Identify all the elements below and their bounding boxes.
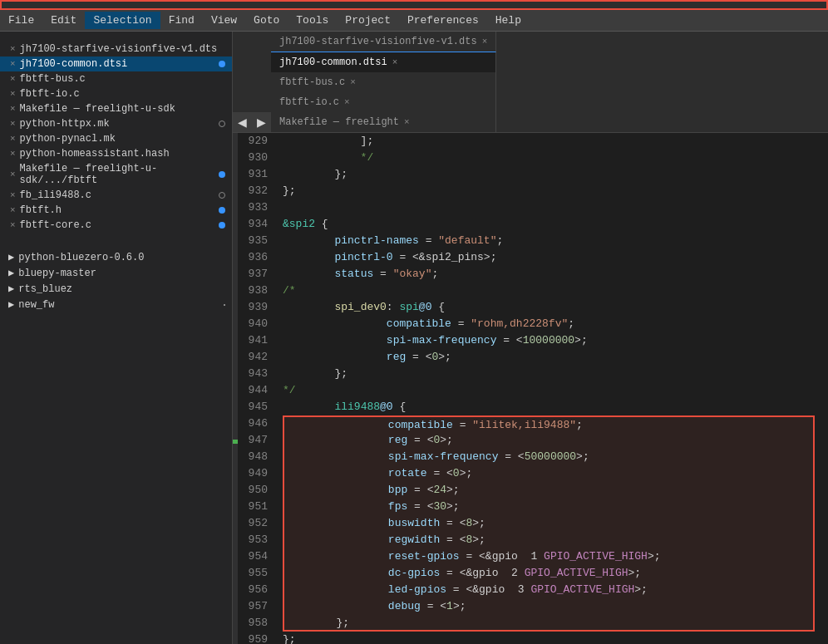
code-line: spi-max-frequency = <50000000>; <box>283 449 815 465</box>
tab-nav-next[interactable]: ▶ <box>252 112 271 132</box>
tab-item[interactable]: jh7100-starfive-visionfive-v1.dts× <box>271 32 496 52</box>
line-number: 934 <box>244 216 268 233</box>
code-line: dc-gpios = <&gpio 2 GPIO_ACTIVE_HIGH>; <box>283 565 815 582</box>
editor[interactable]: 9299309319329339349359369379389399409419… <box>233 133 828 644</box>
main-layout: ×jh7100-starfive-visionfive-v1.dts×jh710… <box>0 32 828 644</box>
tabs-bar: ◀ ▶ jh7100-starfive-visionfive-v1.dts×jh… <box>233 32 828 133</box>
tab-item[interactable]: fbtft-io.c× <box>271 92 496 112</box>
line-number: 959 <box>244 632 268 644</box>
file-item[interactable]: ×Makefile — freelight-u-sdk <box>0 101 232 116</box>
file-item[interactable]: ×python-httpx.mk <box>0 116 232 131</box>
menu-item-project[interactable]: Project <box>337 12 399 29</box>
line-number: 956 <box>244 582 268 598</box>
folder-item[interactable]: ▶python-bluezero-0.6.0 <box>0 249 232 265</box>
menu-item-find[interactable]: Find <box>160 12 203 29</box>
minimap-bar <box>233 133 238 644</box>
close-file-icon[interactable]: × <box>10 59 16 69</box>
line-number: 938 <box>244 283 268 299</box>
open-files-label <box>0 32 232 42</box>
line-number: 929 <box>244 133 268 150</box>
tab-label: jh7100-common.dtsi <box>279 57 387 68</box>
line-number: 955 <box>244 565 268 582</box>
menu-item-tools[interactable]: Tools <box>288 12 337 29</box>
file-dot-indicator <box>219 192 225 199</box>
menu-item-selection[interactable]: Selection <box>85 12 160 29</box>
code-line: regwidth = <8>; <box>283 532 815 548</box>
tab-close-icon[interactable]: × <box>392 57 398 67</box>
file-item[interactable]: ×python-homeassistant.hash <box>0 146 232 161</box>
tab-close-icon[interactable]: × <box>482 37 488 47</box>
tab-item[interactable]: Makefile — freelight× <box>271 112 496 132</box>
folder-name: new_fw <box>18 299 54 311</box>
file-item[interactable]: ×python-pynacl.mk <box>0 131 232 146</box>
gutter-indicator <box>823 133 828 644</box>
file-item[interactable]: ×jh7100-starfive-visionfive-v1.dts <box>0 42 232 57</box>
close-file-icon[interactable]: × <box>10 170 16 179</box>
code-line: bpp = <24>; <box>283 482 815 499</box>
file-item[interactable]: ×fbtft.h <box>0 203 232 218</box>
code-line: /* <box>283 283 815 299</box>
code-line: pinctrl-0 = <&spi2_pins>; <box>283 249 815 266</box>
code-line: }; <box>283 366 815 382</box>
file-name: fbtft-io.c <box>20 88 80 100</box>
file-item[interactable]: ×Makefile — freelight-u-sdk/.../fbtft <box>0 161 232 188</box>
folder-icon: ▶ <box>8 251 14 263</box>
line-number: 935 <box>244 233 268 249</box>
folder-name: rts_bluez <box>18 283 72 295</box>
file-item[interactable]: ×jh7100-common.dtsi <box>0 57 232 71</box>
title-bar <box>0 0 828 10</box>
close-file-icon[interactable]: × <box>10 205 16 215</box>
close-file-icon[interactable]: × <box>10 74 16 84</box>
close-file-icon[interactable]: × <box>10 190 16 200</box>
code-line: pinctrl-names = "default"; <box>283 233 815 249</box>
code-line: }; <box>283 166 815 183</box>
folder-item[interactable]: ▶bluepy-master <box>0 265 232 281</box>
line-number: 931 <box>244 166 268 183</box>
menu-item-view[interactable]: View <box>203 12 245 29</box>
folders-label <box>0 239 232 249</box>
close-file-icon[interactable]: × <box>10 149 16 159</box>
line-number: 939 <box>244 299 268 316</box>
line-number: 936 <box>244 249 268 266</box>
tab-close-icon[interactable]: × <box>404 117 410 127</box>
folder-icon: ▶ <box>8 298 14 311</box>
menu-item-file[interactable]: File <box>0 12 42 29</box>
line-number: 951 <box>244 499 268 515</box>
tab-item[interactable]: fbtft-bus.c× <box>271 72 496 92</box>
code-line: }; <box>283 632 815 644</box>
close-file-icon[interactable]: × <box>10 104 16 114</box>
folder-item[interactable]: ▶rts_bluez <box>0 281 232 297</box>
code-line: &spi2 { <box>283 216 815 233</box>
code-line: reset-gpios = <&gpio 1 GPIO_ACTIVE_HIGH>… <box>283 548 815 565</box>
close-file-icon[interactable]: × <box>10 220 16 230</box>
menu-bar: FileEditSelectionFindViewGotoToolsProjec… <box>0 10 828 32</box>
folder-item[interactable]: ▶new_fw <box>0 297 232 312</box>
editor-container: ◀ ▶ jh7100-starfive-visionfive-v1.dts×jh… <box>233 32 828 644</box>
tab-item[interactable]: jh7100-common.dtsi× <box>271 52 496 72</box>
file-item[interactable]: ×fbtft-core.c <box>0 218 232 233</box>
close-file-icon[interactable]: × <box>10 89 16 99</box>
line-number: 942 <box>244 349 268 366</box>
tab-close-icon[interactable]: × <box>350 77 356 87</box>
sidebar: ×jh7100-starfive-visionfive-v1.dts×jh710… <box>0 32 233 644</box>
close-file-icon[interactable]: × <box>10 44 16 54</box>
code-line: spi-max-frequency = <10000000>; <box>283 332 815 349</box>
file-dot-indicator <box>219 207 225 214</box>
code-line <box>283 199 815 216</box>
file-item[interactable]: ×fbtft-bus.c <box>0 71 232 86</box>
tab-nav-prev[interactable]: ◀ <box>233 112 252 132</box>
code-line: spi_dev0: spi@0 { <box>283 299 815 316</box>
menu-item-edit[interactable]: Edit <box>42 12 85 29</box>
menu-item-goto[interactable]: Goto <box>245 12 288 29</box>
file-item[interactable]: ×fbtft-io.c <box>0 86 232 101</box>
file-item[interactable]: ×fb_ili9488.c <box>0 188 232 203</box>
menu-item-preferences[interactable]: Preferences <box>399 12 487 29</box>
menu-item-help[interactable]: Help <box>487 12 530 29</box>
file-name: python-pynacl.mk <box>20 133 116 145</box>
file-name: python-httpx.mk <box>20 118 110 130</box>
folder-name: python-bluezero-0.6.0 <box>18 252 144 263</box>
tab-close-icon[interactable]: × <box>344 97 350 107</box>
close-file-icon[interactable]: × <box>10 119 16 129</box>
file-dot-indicator <box>219 222 225 229</box>
close-file-icon[interactable]: × <box>10 134 16 144</box>
